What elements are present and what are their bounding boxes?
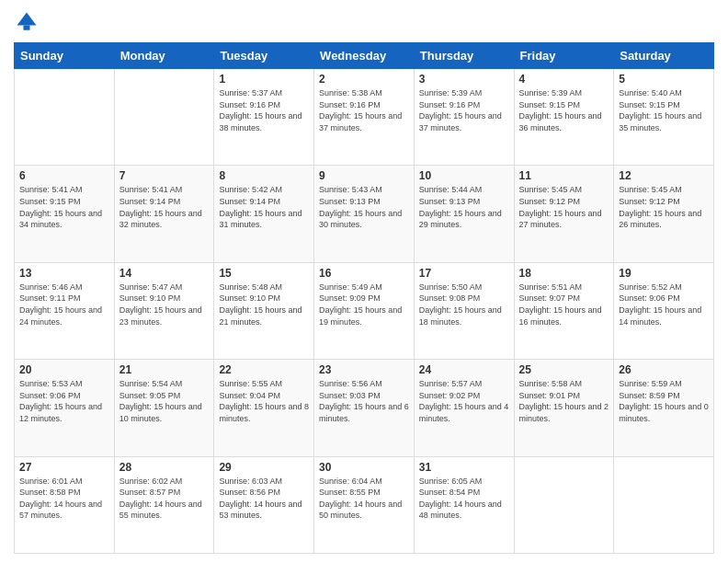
day-number: 31 — [419, 461, 509, 474]
day-number: 3 — [419, 73, 509, 86]
day-number: 19 — [619, 267, 709, 280]
calendar-cell: 6Sunrise: 5:41 AMSunset: 9:15 PMDaylight… — [15, 166, 115, 262]
calendar-week-4: 20Sunrise: 5:53 AMSunset: 9:06 PMDayligh… — [15, 360, 714, 456]
day-info: Sunrise: 5:46 AMSunset: 9:11 PMDaylight:… — [19, 282, 109, 327]
day-info: Sunrise: 5:47 AMSunset: 9:10 PMDaylight:… — [119, 282, 210, 327]
day-info: Sunrise: 5:39 AMSunset: 9:15 PMDaylight:… — [519, 87, 609, 133]
day-info: Sunrise: 6:02 AMSunset: 8:57 PMDaylight:… — [119, 476, 210, 522]
calendar-cell: 31Sunrise: 6:05 AMSunset: 8:54 PMDayligh… — [414, 456, 514, 553]
calendar-week-5: 27Sunrise: 6:01 AMSunset: 8:58 PMDayligh… — [15, 456, 714, 553]
calendar-cell: 16Sunrise: 5:49 AMSunset: 9:09 PMDayligh… — [314, 262, 415, 359]
day-number: 1 — [219, 73, 309, 86]
day-info: Sunrise: 5:49 AMSunset: 9:09 PMDaylight:… — [319, 282, 409, 327]
day-number: 4 — [519, 73, 609, 86]
weekday-header-sunday: Sunday — [15, 43, 115, 69]
calendar-cell: 28Sunrise: 6:02 AMSunset: 8:57 PMDayligh… — [114, 456, 214, 553]
calendar-cell: 8Sunrise: 5:42 AMSunset: 9:14 PMDaylight… — [214, 166, 314, 262]
day-number: 5 — [619, 73, 709, 86]
day-number: 6 — [19, 169, 109, 182]
weekday-header-friday: Friday — [514, 43, 614, 69]
page: SundayMondayTuesdayWednesdayThursdayFrid… — [0, 0, 728, 563]
calendar-cell: 9Sunrise: 5:43 AMSunset: 9:13 PMDaylight… — [314, 166, 415, 262]
calendar-week-2: 6Sunrise: 5:41 AMSunset: 9:15 PMDaylight… — [15, 166, 714, 262]
day-info: Sunrise: 5:37 AMSunset: 9:16 PMDaylight:… — [219, 87, 309, 133]
day-info: Sunrise: 5:38 AMSunset: 9:16 PMDaylight:… — [319, 87, 409, 133]
day-number: 21 — [119, 363, 210, 376]
day-info: Sunrise: 5:52 AMSunset: 9:06 PMDaylight:… — [619, 282, 709, 327]
day-info: Sunrise: 5:59 AMSunset: 8:59 PMDaylight:… — [619, 378, 709, 424]
day-number: 29 — [219, 461, 309, 474]
day-number: 26 — [619, 363, 709, 376]
day-info: Sunrise: 5:58 AMSunset: 9:01 PMDaylight:… — [519, 378, 609, 424]
day-number: 23 — [319, 363, 409, 376]
calendar-cell: 13Sunrise: 5:46 AMSunset: 9:11 PMDayligh… — [15, 262, 115, 359]
day-number: 2 — [319, 73, 409, 86]
calendar-cell: 7Sunrise: 5:41 AMSunset: 9:14 PMDaylight… — [114, 166, 214, 262]
day-info: Sunrise: 6:04 AMSunset: 8:55 PMDaylight:… — [319, 476, 409, 522]
calendar-week-1: 1Sunrise: 5:37 AMSunset: 9:16 PMDaylight… — [15, 69, 714, 166]
calendar-cell: 17Sunrise: 5:50 AMSunset: 9:08 PMDayligh… — [414, 262, 514, 359]
calendar-cell: 26Sunrise: 5:59 AMSunset: 8:59 PMDayligh… — [614, 360, 714, 456]
weekday-header-wednesday: Wednesday — [314, 43, 415, 69]
day-info: Sunrise: 5:55 AMSunset: 9:04 PMDaylight:… — [219, 378, 309, 424]
calendar-cell: 4Sunrise: 5:39 AMSunset: 9:15 PMDaylight… — [514, 69, 614, 166]
day-info: Sunrise: 5:41 AMSunset: 9:14 PMDaylight:… — [119, 184, 210, 230]
calendar-cell: 19Sunrise: 5:52 AMSunset: 9:06 PMDayligh… — [614, 262, 714, 359]
calendar-cell: 29Sunrise: 6:03 AMSunset: 8:56 PMDayligh… — [214, 456, 314, 553]
day-number: 8 — [219, 169, 309, 182]
day-info: Sunrise: 5:45 AMSunset: 9:12 PMDaylight:… — [519, 184, 609, 230]
day-number: 12 — [619, 169, 709, 182]
day-info: Sunrise: 6:05 AMSunset: 8:54 PMDaylight:… — [419, 476, 509, 522]
calendar-cell: 14Sunrise: 5:47 AMSunset: 9:10 PMDayligh… — [114, 262, 214, 359]
logo — [14, 9, 43, 35]
calendar-cell: 27Sunrise: 6:01 AMSunset: 8:58 PMDayligh… — [15, 456, 115, 553]
calendar-cell: 18Sunrise: 5:51 AMSunset: 9:07 PMDayligh… — [514, 262, 614, 359]
day-info: Sunrise: 5:41 AMSunset: 9:15 PMDaylight:… — [19, 184, 109, 230]
day-info: Sunrise: 5:57 AMSunset: 9:02 PMDaylight:… — [419, 378, 509, 424]
calendar-cell: 11Sunrise: 5:45 AMSunset: 9:12 PMDayligh… — [514, 166, 614, 262]
day-number: 17 — [419, 267, 509, 280]
day-number: 15 — [219, 267, 309, 280]
day-info: Sunrise: 5:51 AMSunset: 9:07 PMDaylight:… — [519, 282, 609, 327]
day-number: 30 — [319, 461, 409, 474]
day-info: Sunrise: 5:48 AMSunset: 9:10 PMDaylight:… — [219, 282, 309, 327]
day-info: Sunrise: 5:54 AMSunset: 9:05 PMDaylight:… — [119, 378, 210, 424]
calendar-cell: 20Sunrise: 5:53 AMSunset: 9:06 PMDayligh… — [15, 360, 115, 456]
calendar-cell: 3Sunrise: 5:39 AMSunset: 9:16 PMDaylight… — [414, 69, 514, 166]
weekday-header-thursday: Thursday — [414, 43, 514, 69]
calendar-cell — [514, 456, 614, 553]
day-number: 10 — [419, 169, 509, 182]
calendar-table: SundayMondayTuesdayWednesdayThursdayFrid… — [14, 42, 714, 554]
day-number: 11 — [519, 169, 609, 182]
day-info: Sunrise: 5:53 AMSunset: 9:06 PMDaylight:… — [19, 378, 109, 424]
day-number: 7 — [119, 169, 210, 182]
calendar-cell: 30Sunrise: 6:04 AMSunset: 8:55 PMDayligh… — [314, 456, 415, 553]
weekday-header-tuesday: Tuesday — [214, 43, 314, 69]
logo-icon — [14, 9, 40, 35]
day-number: 27 — [19, 461, 109, 474]
day-info: Sunrise: 5:39 AMSunset: 9:16 PMDaylight:… — [419, 87, 509, 133]
weekday-header-saturday: Saturday — [614, 43, 714, 69]
calendar-cell: 22Sunrise: 5:55 AMSunset: 9:04 PMDayligh… — [214, 360, 314, 456]
calendar-cell: 10Sunrise: 5:44 AMSunset: 9:13 PMDayligh… — [414, 166, 514, 262]
day-number: 20 — [19, 363, 109, 376]
calendar-cell: 1Sunrise: 5:37 AMSunset: 9:16 PMDaylight… — [214, 69, 314, 166]
calendar-cell: 24Sunrise: 5:57 AMSunset: 9:02 PMDayligh… — [414, 360, 514, 456]
day-number: 13 — [19, 267, 109, 280]
day-info: Sunrise: 5:44 AMSunset: 9:13 PMDaylight:… — [419, 184, 509, 230]
calendar-header-row: SundayMondayTuesdayWednesdayThursdayFrid… — [15, 43, 714, 69]
calendar-cell: 2Sunrise: 5:38 AMSunset: 9:16 PMDaylight… — [314, 69, 415, 166]
calendar-cell — [15, 69, 115, 166]
day-number: 16 — [319, 267, 409, 280]
day-info: Sunrise: 5:42 AMSunset: 9:14 PMDaylight:… — [219, 184, 309, 230]
day-info: Sunrise: 5:50 AMSunset: 9:08 PMDaylight:… — [419, 282, 509, 327]
day-number: 14 — [119, 267, 210, 280]
day-number: 22 — [219, 363, 309, 376]
day-info: Sunrise: 6:03 AMSunset: 8:56 PMDaylight:… — [219, 476, 309, 522]
day-info: Sunrise: 5:43 AMSunset: 9:13 PMDaylight:… — [319, 184, 409, 230]
calendar-week-3: 13Sunrise: 5:46 AMSunset: 9:11 PMDayligh… — [15, 262, 714, 359]
header — [14, 9, 714, 35]
day-number: 18 — [519, 267, 609, 280]
day-number: 24 — [419, 363, 509, 376]
day-info: Sunrise: 6:01 AMSunset: 8:58 PMDaylight:… — [19, 476, 109, 522]
